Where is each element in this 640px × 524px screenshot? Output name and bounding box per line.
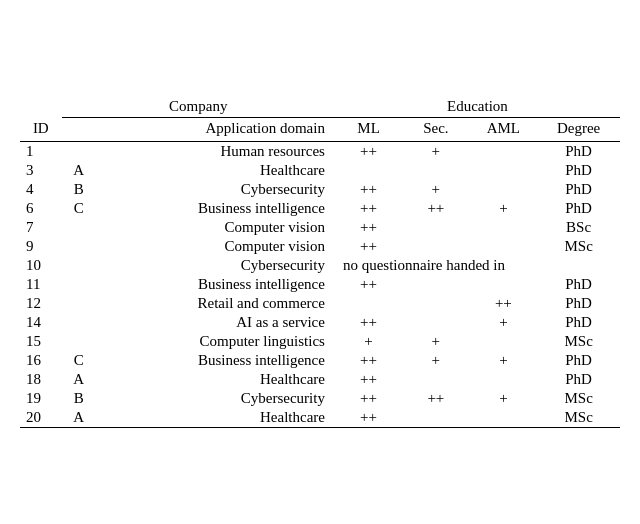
domain-cell: Computer vision — [96, 237, 335, 256]
domain-cell: Cybersecurity — [96, 389, 335, 408]
id-cell: 16 — [20, 351, 62, 370]
table-container: Company Education ID Application domain … — [0, 86, 640, 438]
ml-cell: ++ — [335, 180, 402, 199]
aml-cell — [469, 332, 537, 351]
degree-cell: PhD — [537, 370, 620, 389]
sub-cell: A — [62, 370, 96, 389]
degree-cell: PhD — [537, 351, 620, 370]
sub-cell — [62, 218, 96, 237]
id-cell: 18 — [20, 370, 62, 389]
table-row: 9Computer vision++MSc — [20, 237, 620, 256]
table-row: 16CBusiness intelligence++++PhD — [20, 351, 620, 370]
degree-cell: PhD — [537, 313, 620, 332]
table-row: 7Computer vision++BSc — [20, 218, 620, 237]
id-header-spacer — [20, 96, 62, 118]
id-cell: 4 — [20, 180, 62, 199]
sub-cell: A — [62, 161, 96, 180]
sec-cell: + — [402, 332, 469, 351]
ml-cell: + — [335, 332, 402, 351]
id-cell: 6 — [20, 199, 62, 218]
id-cell: 11 — [20, 275, 62, 294]
domain-cell: Business intelligence — [96, 275, 335, 294]
id-cell: 15 — [20, 332, 62, 351]
table-row: 14AI as a service+++PhD — [20, 313, 620, 332]
aml-cell: + — [469, 199, 537, 218]
degree-cell: MSc — [537, 408, 620, 428]
degree-cell: MSc — [537, 237, 620, 256]
sec-cell — [402, 370, 469, 389]
degree-cell: MSc — [537, 389, 620, 408]
ml-cell: ++ — [335, 351, 402, 370]
domain-cell: Cybersecurity — [96, 256, 335, 275]
aml-cell — [469, 142, 537, 162]
sec-cell — [402, 218, 469, 237]
domain-cell: Computer vision — [96, 218, 335, 237]
ml-col-header: ML — [335, 118, 402, 142]
degree-cell: BSc — [537, 218, 620, 237]
id-cell: 9 — [20, 237, 62, 256]
domain-cell: Business intelligence — [96, 351, 335, 370]
sec-cell — [402, 294, 469, 313]
sub-cell — [62, 237, 96, 256]
aml-cell — [469, 180, 537, 199]
sub-cell — [62, 332, 96, 351]
domain-cell: Human resources — [96, 142, 335, 162]
table-row: 10Cybersecurityno questionnaire handed i… — [20, 256, 620, 275]
column-header-row: ID Application domain ML Sec. AML Degree — [20, 118, 620, 142]
sub-cell — [62, 294, 96, 313]
sec-cell: ++ — [402, 389, 469, 408]
sec-cell: + — [402, 351, 469, 370]
domain-cell: Healthcare — [96, 408, 335, 428]
table-body: 1Human resources+++PhD3AHealthcarePhD4BC… — [20, 142, 620, 428]
table-row: 18AHealthcare++PhD — [20, 370, 620, 389]
ml-cell: ++ — [335, 142, 402, 162]
sub-cell: C — [62, 199, 96, 218]
aml-cell: + — [469, 313, 537, 332]
table-row: 4BCybersecurity+++PhD — [20, 180, 620, 199]
sec-cell — [402, 237, 469, 256]
degree-cell: PhD — [537, 161, 620, 180]
domain-cell: Healthcare — [96, 370, 335, 389]
domain-cell: Computer linguistics — [96, 332, 335, 351]
education-group-header: Education — [335, 96, 620, 118]
special-cell: no questionnaire handed in — [335, 256, 620, 275]
table-row: 11Business intelligence++PhD — [20, 275, 620, 294]
ml-cell — [335, 294, 402, 313]
aml-cell: + — [469, 351, 537, 370]
sec-cell: + — [402, 142, 469, 162]
aml-cell — [469, 275, 537, 294]
degree-cell: PhD — [537, 199, 620, 218]
sec-cell — [402, 313, 469, 332]
sub-cell — [62, 142, 96, 162]
sec-cell: + — [402, 180, 469, 199]
aml-cell — [469, 408, 537, 428]
ml-cell: ++ — [335, 275, 402, 294]
sub-cell — [62, 313, 96, 332]
id-cell: 3 — [20, 161, 62, 180]
table-row: 20AHealthcare++MSc — [20, 408, 620, 428]
degree-col-header: Degree — [537, 118, 620, 142]
id-cell: 14 — [20, 313, 62, 332]
sub-cell: B — [62, 389, 96, 408]
ml-cell: ++ — [335, 237, 402, 256]
degree-cell: MSc — [537, 332, 620, 351]
ml-cell: ++ — [335, 313, 402, 332]
ml-cell: ++ — [335, 389, 402, 408]
sec-col-header: Sec. — [402, 118, 469, 142]
sub-cell: C — [62, 351, 96, 370]
ml-cell: ++ — [335, 199, 402, 218]
sub-cell — [62, 256, 96, 275]
table-row: 12Retail and commerce++PhD — [20, 294, 620, 313]
sub-cell: A — [62, 408, 96, 428]
aml-cell: + — [469, 389, 537, 408]
table-row: 15Computer linguistics++MSc — [20, 332, 620, 351]
aml-cell: ++ — [469, 294, 537, 313]
id-col-header: ID — [20, 118, 62, 142]
ml-cell: ++ — [335, 218, 402, 237]
sec-cell — [402, 408, 469, 428]
sec-cell — [402, 161, 469, 180]
id-cell: 19 — [20, 389, 62, 408]
table-row: 3AHealthcarePhD — [20, 161, 620, 180]
aml-cell — [469, 161, 537, 180]
company-group-header: Company — [62, 96, 335, 118]
